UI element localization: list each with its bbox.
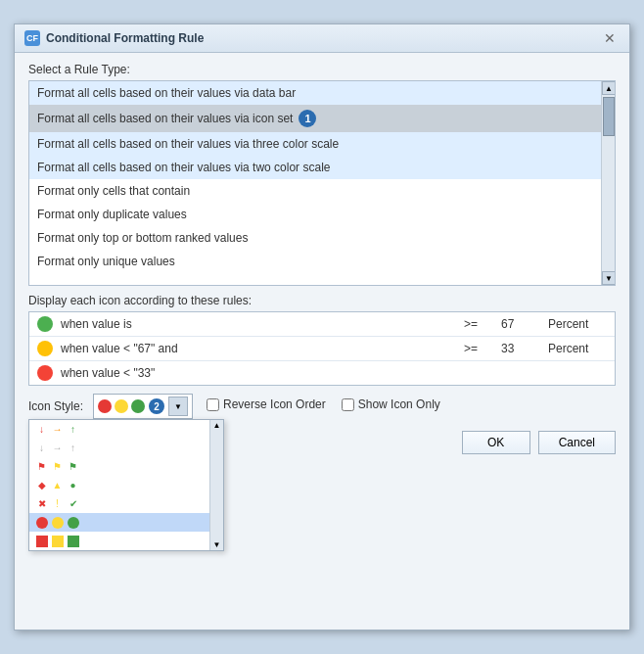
icon-rule-desc: when value < "33" <box>61 366 456 380</box>
dropdown-item[interactable]: ↓ → ↑ <box>29 420 223 439</box>
style-icon-red <box>98 399 112 413</box>
icon-rules-label: Display each icon according to these rul… <box>28 294 616 307</box>
red-icon <box>37 365 53 381</box>
rule-list: Format all cells based on their values v… <box>28 80 616 286</box>
rule-item[interactable]: Format all cells based on their values v… <box>29 81 601 105</box>
rule-item[interactable]: Format all cells based on their values v… <box>29 132 601 156</box>
close-button[interactable]: ✕ <box>600 30 620 46</box>
ok-button[interactable]: OK <box>462 431 530 454</box>
icon-unit: Percent <box>548 342 607 355</box>
square-red-icon <box>35 535 48 547</box>
title-bar-left: CF Conditional Formatting Rule <box>24 30 204 46</box>
style-icon-green <box>131 399 145 413</box>
square-yellow-icon <box>51 535 64 547</box>
arrow-down-outline-icon: ↓ <box>35 442 48 454</box>
dropdown-item[interactable]: ⚑ ⚑ ⚑ <box>29 457 223 476</box>
circle-yellow-icon <box>51 516 64 529</box>
reverse-icon-order-input[interactable] <box>207 398 219 411</box>
dropdown-icons <box>35 516 79 529</box>
triangle-icon: ▲ <box>51 479 64 491</box>
dropdown-icons: ↓ → ↑ <box>35 423 79 436</box>
rule-type-label: Select a Rule Type: <box>28 63 616 76</box>
green-icon <box>37 316 53 332</box>
dropdown-item-selected[interactable] <box>29 513 223 532</box>
svg-point-2 <box>68 517 79 529</box>
dialog-icon: CF <box>24 30 40 46</box>
dropdown-icons: ⚑ ⚑ ⚑ <box>35 460 79 473</box>
icon-rule-desc: when value is <box>61 317 456 331</box>
x-icon: ✖ <box>35 497 48 510</box>
icon-rules-section: Display each icon according to these rul… <box>28 294 616 386</box>
scrollbar: ▲ ▼ <box>601 81 615 285</box>
icon-op: >= <box>464 317 493 331</box>
dropdown-icons <box>35 535 79 547</box>
arrow-up-outline-icon: ↑ <box>67 442 79 454</box>
svg-point-1 <box>52 517 64 529</box>
conditional-formatting-dialog: CF Conditional Formatting Rule ✕ Select … <box>14 23 630 631</box>
dropdown-icons: ↓ → ↑ <box>35 442 79 454</box>
circle-green-icon <box>67 516 79 529</box>
dropdown-scroll-down[interactable]: ▼ <box>210 539 223 550</box>
circle-red-icon <box>35 516 48 529</box>
icon-style-selector[interactable]: 2 ▼ <box>93 394 193 419</box>
style-icons <box>98 399 145 413</box>
icon-rule-row-3[interactable]: when value < "33" <box>29 361 615 385</box>
dialog-body: Select a Rule Type: Format all cells bas… <box>15 53 629 630</box>
dropdown-scrollbar: ▲ ▼ <box>209 420 223 550</box>
icon-rule-row-2[interactable]: when value < "67" and >= 33 Percent <box>29 337 615 361</box>
icon-val: 33 <box>501 342 540 355</box>
svg-rect-3 <box>36 536 48 547</box>
icon-rules-table: when value is >= 67 Percent when value <… <box>28 311 616 386</box>
dialog-title: Conditional Formatting Rule <box>46 31 204 45</box>
bottom-section: Icon Style: 2 ▼ <box>28 394 616 454</box>
reverse-icon-order-checkbox[interactable]: Reverse Icon Order <box>207 397 326 411</box>
dropdown-icons: ✖ ! ✔ <box>35 497 79 510</box>
reverse-icon-order-label: Reverse Icon Order <box>223 397 326 411</box>
rule-item[interactable]: Format only unique values <box>29 250 601 273</box>
show-icon-only-label: Show Icon Only <box>358 397 440 411</box>
rule-item[interactable]: Format all cells based on their values v… <box>29 156 601 179</box>
style-icon-yellow <box>115 399 128 413</box>
rule-item[interactable]: Format only cells that contain <box>29 179 601 203</box>
diamond-icon: ◆ <box>35 479 48 491</box>
checkboxes-row: Reverse Icon Order Show Icon Only <box>207 397 440 411</box>
flag-yellow-icon: ⚑ <box>51 460 64 473</box>
rule-item[interactable]: Format only top or bottom ranked values <box>29 226 601 250</box>
style-dropdown-btn[interactable]: ▼ <box>168 397 188 416</box>
dropdown-item[interactable]: ↓ → ↑ <box>29 439 223 457</box>
arrow-down-icon: ↓ <box>35 423 48 436</box>
icon-style-container: 2 ▼ <box>93 394 193 419</box>
badge-2: 2 <box>149 398 164 414</box>
icon-style-area: Icon Style: 2 ▼ <box>28 394 193 419</box>
icon-style-label: Icon Style: <box>28 399 83 413</box>
icon-rule-row-1[interactable]: when value is >= 67 Percent <box>29 312 615 337</box>
dropdown-icons: ◆ ▲ ● <box>35 479 79 491</box>
dropdown-item[interactable] <box>29 532 223 550</box>
dropdown-scroll-up[interactable]: ▲ <box>210 420 223 431</box>
icon-rule-desc: when value < "67" and <box>61 342 456 355</box>
icon-unit: Percent <box>548 317 607 331</box>
circle-outline-icon: ● <box>67 479 79 491</box>
square-green-icon <box>67 535 79 547</box>
scroll-up-btn[interactable]: ▲ <box>602 81 615 95</box>
badge-1: 1 <box>299 110 316 127</box>
dropdown-item[interactable]: ✖ ! ✔ <box>29 494 223 513</box>
icon-style-dropdown: ↓ → ↑ ↓ → ↑ <box>28 419 224 551</box>
icon-style-row: Icon Style: 2 ▼ <box>28 394 193 419</box>
icon-op: >= <box>464 342 493 355</box>
show-icon-only-input[interactable] <box>342 398 354 411</box>
rule-list-items: Format all cells based on their values v… <box>29 81 601 285</box>
flag-red-icon: ⚑ <box>35 460 48 473</box>
dropdown-item[interactable]: ◆ ▲ ● <box>29 476 223 494</box>
yellow-icon <box>37 341 53 356</box>
title-bar: CF Conditional Formatting Rule ✕ <box>15 24 629 53</box>
cancel-button[interactable]: Cancel <box>538 431 616 454</box>
svg-rect-5 <box>68 536 79 547</box>
rule-item[interactable]: Format all cells based on their values v… <box>29 105 601 132</box>
svg-point-0 <box>36 517 48 529</box>
show-icon-only-checkbox[interactable]: Show Icon Only <box>342 397 440 411</box>
scrollbar-thumb[interactable] <box>603 97 615 136</box>
rule-item[interactable]: Format only duplicate values <box>29 203 601 226</box>
arrow-right-icon: → <box>51 423 64 436</box>
scroll-down-btn[interactable]: ▼ <box>602 271 615 285</box>
